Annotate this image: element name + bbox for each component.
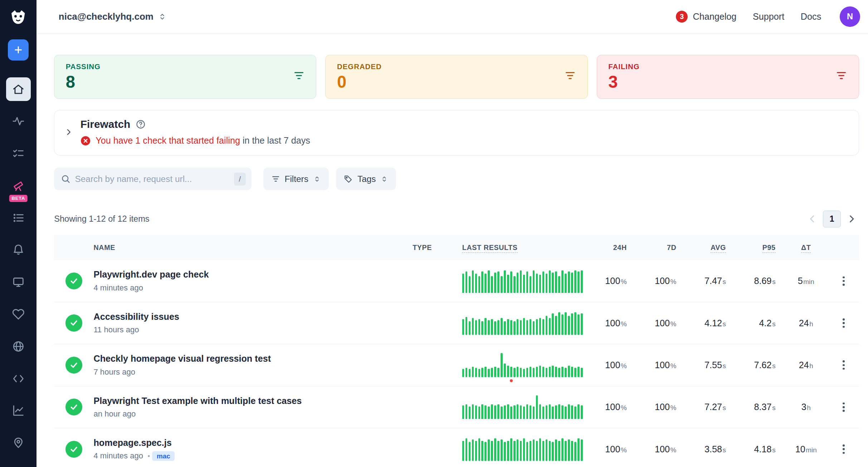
table-row[interactable]: Accessibility issues 11 hours ago 100% 1… bbox=[54, 302, 859, 344]
sidebar-item-analytics[interactable] bbox=[6, 399, 31, 423]
table-row[interactable]: Playwright Test example with multiple te… bbox=[54, 386, 859, 428]
check-name: Accessibility issues bbox=[93, 312, 413, 322]
filter-funnel-icon[interactable] bbox=[564, 70, 576, 84]
7d-cell: 100% bbox=[655, 360, 684, 370]
row-actions-menu-button[interactable] bbox=[838, 398, 849, 416]
sidebar-item-locations[interactable] bbox=[6, 431, 31, 454]
sidebar: BETA bbox=[0, 0, 36, 467]
support-label: Support bbox=[753, 11, 784, 22]
row-actions-menu-button[interactable] bbox=[838, 314, 849, 332]
passing-count: 8 bbox=[66, 73, 305, 90]
code-brackets-icon bbox=[12, 372, 25, 385]
sidebar-item-private-locations[interactable] bbox=[6, 334, 31, 358]
last-results-cell bbox=[462, 269, 585, 293]
avg-cell: 7.47s bbox=[704, 276, 734, 286]
bullet-separator: • bbox=[148, 452, 150, 460]
avg-cell: 7.55s bbox=[704, 360, 734, 370]
docs-link[interactable]: Docs bbox=[801, 11, 821, 22]
name-cell: Checkly homepage visual regression test … bbox=[93, 353, 413, 376]
status-cell bbox=[65, 357, 82, 374]
7d-cell: 100% bbox=[655, 276, 684, 286]
column-name: NAME bbox=[93, 244, 413, 252]
last-results-cell bbox=[462, 395, 585, 419]
p95-cell: 8.37s bbox=[754, 402, 784, 412]
column-last-results: LAST RESULTS bbox=[462, 244, 585, 252]
p95-cell: 7.62s bbox=[754, 360, 784, 370]
content-column: nica@checklyhq.com 3 Changelog Support D… bbox=[36, 0, 868, 467]
sidebar-item-home[interactable] bbox=[6, 77, 31, 101]
chevron-up-down-icon bbox=[313, 175, 321, 183]
current-page[interactable]: 1 bbox=[823, 211, 841, 227]
create-new-button[interactable] bbox=[8, 39, 29, 60]
avg-cell: 4.12s bbox=[704, 318, 734, 328]
results-bars[interactable] bbox=[462, 395, 585, 419]
sidebar-item-runtimes[interactable] bbox=[6, 367, 31, 390]
results-bars[interactable] bbox=[462, 311, 585, 335]
filter-funnel-icon[interactable] bbox=[293, 70, 305, 84]
row-actions-menu-button[interactable] bbox=[838, 356, 849, 374]
checkly-raccoon-logo[interactable] bbox=[0, 0, 36, 35]
last-results-cell bbox=[462, 311, 585, 335]
avatar[interactable]: N bbox=[840, 6, 860, 27]
search-icon bbox=[61, 174, 70, 184]
table-row[interactable]: Playwright.dev page check 4 minutes ago … bbox=[54, 260, 859, 302]
firewatch-title: Firewatch bbox=[81, 118, 131, 130]
app: BETA bbox=[0, 0, 868, 467]
check-name: Playwright Test example with multiple te… bbox=[93, 396, 413, 406]
passing-card[interactable]: PASSING 8 bbox=[54, 55, 316, 99]
search-input[interactable] bbox=[75, 174, 229, 184]
filters-button[interactable]: Filters bbox=[263, 168, 329, 190]
line-chart-icon bbox=[12, 404, 25, 417]
plus-icon bbox=[13, 45, 23, 55]
docs-label: Docs bbox=[801, 11, 821, 22]
check-name: homepage.spec.js bbox=[93, 438, 413, 448]
results-summary: Showing 1-12 of 12 items bbox=[54, 214, 149, 224]
p95-cell: 8.69s bbox=[754, 276, 784, 286]
column-24h: 24H bbox=[613, 244, 635, 252]
support-link[interactable]: Support bbox=[753, 11, 784, 22]
column-avg: AVG bbox=[711, 244, 734, 252]
degraded-card[interactable]: DEGRADED 0 bbox=[325, 55, 587, 99]
previous-page-button[interactable] bbox=[805, 212, 820, 226]
check-name: Playwright.dev page check bbox=[93, 269, 413, 280]
sidebar-item-explore-beta[interactable]: BETA bbox=[6, 174, 31, 197]
column-7d: 7D bbox=[667, 244, 684, 252]
results-bars[interactable] bbox=[462, 353, 585, 377]
sidebar-item-dashboards[interactable] bbox=[6, 270, 31, 294]
failing-card[interactable]: FAILING 3 bbox=[597, 55, 859, 99]
sidebar-item-monitoring[interactable] bbox=[6, 110, 31, 133]
row-actions-menu-button[interactable] bbox=[838, 272, 849, 290]
changelog-link[interactable]: 3 Changelog bbox=[676, 11, 736, 23]
24h-cell: 100% bbox=[605, 360, 634, 370]
dt-cell: 3h bbox=[801, 402, 811, 412]
globe-icon bbox=[12, 340, 25, 353]
next-page-button[interactable] bbox=[844, 212, 859, 226]
firewatch-alert-highlight: You have 1 check that started failing bbox=[96, 135, 240, 145]
filter-funnel-icon bbox=[271, 174, 280, 183]
help-circle-icon[interactable] bbox=[136, 119, 146, 129]
avg-cell: 3.58s bbox=[704, 444, 734, 454]
rows-list-icon bbox=[12, 212, 25, 224]
chevron-left-icon bbox=[807, 214, 817, 224]
sidebar-item-checks[interactable] bbox=[6, 141, 31, 165]
check-subtitle: 4 minutes ago • mac bbox=[93, 451, 413, 461]
results-bars[interactable] bbox=[462, 437, 585, 461]
firewatch-expand-button[interactable] bbox=[61, 128, 76, 136]
results-bars[interactable] bbox=[462, 269, 585, 293]
sidebar-item-status[interactable] bbox=[6, 302, 31, 326]
account-switcher[interactable]: nica@checklyhq.com bbox=[59, 11, 167, 22]
sidebar-item-alerts[interactable] bbox=[6, 238, 31, 262]
table-row[interactable]: Checkly homepage visual regression test … bbox=[54, 344, 859, 386]
row-actions-menu-button[interactable] bbox=[838, 440, 849, 458]
table-row[interactable]: homepage.spec.js 4 minutes ago • mac 100… bbox=[54, 428, 859, 467]
sidebar-item-maintenance[interactable] bbox=[6, 206, 31, 230]
failing-count: 3 bbox=[608, 73, 847, 90]
check-name: Checkly homepage visual regression test bbox=[93, 353, 413, 364]
check-passing-icon bbox=[65, 273, 82, 289]
pagination: 1 bbox=[805, 211, 859, 227]
tags-button[interactable]: Tags bbox=[336, 168, 396, 190]
filter-funnel-icon[interactable] bbox=[835, 70, 847, 84]
activity-pulse-icon bbox=[12, 115, 25, 127]
telescope-icon bbox=[12, 179, 25, 192]
24h-cell: 100% bbox=[605, 402, 634, 412]
